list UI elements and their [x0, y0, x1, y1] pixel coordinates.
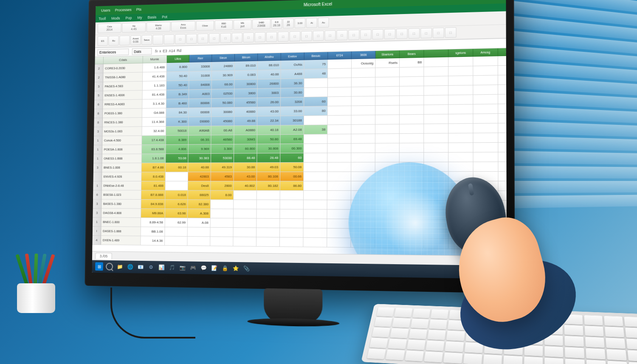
- cell[interactable]: DNbEse-2-8.48: [102, 181, 142, 190]
- cell[interactable]: 50.40: [166, 71, 189, 81]
- cell[interactable]: [400, 67, 424, 77]
- cell[interactable]: [375, 181, 400, 191]
- cell[interactable]: [188, 227, 211, 237]
- cell[interactable]: [473, 104, 498, 114]
- cell[interactable]: [474, 143, 499, 152]
- row-header[interactable]: 8: [94, 118, 103, 127]
- ribbon-button[interactable]: [119, 35, 130, 45]
- cell[interactable]: [400, 162, 424, 172]
- cell[interactable]: [448, 66, 473, 76]
- col-header[interactable]: Amosg: [473, 48, 498, 57]
- ribbon-button[interactable]: ⬚: [243, 32, 254, 42]
- cell[interactable]: [352, 96, 375, 106]
- col-header[interactable]: 3606: [352, 51, 375, 59]
- cell[interactable]: [210, 237, 233, 246]
- cell[interactable]: [400, 181, 424, 191]
- cell[interactable]: [166, 172, 188, 181]
- cell[interactable]: [352, 106, 376, 116]
- cell[interactable]: [400, 96, 424, 105]
- cell[interactable]: [351, 124, 375, 134]
- cell[interactable]: [473, 56, 498, 66]
- cell[interactable]: [304, 181, 327, 191]
- ribbon-button[interactable]: ⬚: [409, 28, 420, 39]
- cell[interactable]: 2800: [211, 181, 234, 191]
- cell[interactable]: [304, 87, 328, 97]
- cell[interactable]: [328, 78, 352, 87]
- cell[interactable]: [211, 209, 234, 218]
- cell[interactable]: [498, 123, 507, 133]
- cell[interactable]: 32.4.00: [142, 127, 166, 136]
- cell[interactable]: [448, 143, 473, 152]
- cell[interactable]: 48: [304, 69, 328, 79]
- cell[interactable]: [327, 172, 351, 181]
- row-header[interactable]: 3: [93, 163, 102, 172]
- col-header[interactable]: Lllios: [167, 55, 189, 63]
- cell[interactable]: [498, 152, 507, 162]
- cell[interactable]: BNEC-1.800: [101, 217, 141, 227]
- cell[interactable]: [327, 134, 351, 144]
- cell[interactable]: 41.4.436: [143, 72, 167, 81]
- cell[interactable]: 11.4.368: [142, 117, 166, 127]
- cell[interactable]: 30.808: [257, 144, 280, 153]
- ribbon-button[interactable]: Hp4.4S: [122, 23, 146, 33]
- row-header[interactable]: 5: [94, 91, 103, 100]
- ribbon-button[interactable]: R80Ko8: [215, 20, 233, 31]
- cell[interactable]: [400, 152, 424, 162]
- cell[interactable]: [165, 237, 188, 246]
- cell[interactable]: [327, 116, 351, 125]
- cell[interactable]: [499, 172, 507, 181]
- cell[interactable]: [234, 209, 257, 218]
- cell[interactable]: 3003: [257, 88, 281, 98]
- cell[interactable]: 30.80: [281, 88, 304, 98]
- cell[interactable]: 33008: [189, 62, 212, 72]
- cell[interactable]: 31008: [189, 71, 212, 80]
- cell[interactable]: 49.03: [257, 163, 280, 172]
- cell[interactable]: [498, 162, 507, 172]
- cell[interactable]: [424, 220, 448, 229]
- cell[interactable]: [280, 200, 303, 209]
- cell[interactable]: [351, 172, 375, 181]
- cell[interactable]: 8.800: [167, 62, 189, 72]
- cell[interactable]: [400, 191, 424, 200]
- cell[interactable]: [499, 181, 507, 191]
- ribbon-button[interactable]: 8.828.18: [271, 19, 282, 29]
- taskbar-icon[interactable]: 📧: [136, 263, 144, 271]
- cell[interactable]: [256, 209, 280, 219]
- cell[interactable]: 5D.40: [166, 81, 189, 90]
- cell[interactable]: BB.1.08: [141, 227, 165, 237]
- col-header[interactable]: eslons: [498, 48, 507, 56]
- ribbon-button[interactable]: ⬚: [290, 31, 301, 41]
- cell[interactable]: [304, 209, 327, 219]
- cell[interactable]: 1.8.1.08: [142, 154, 166, 163]
- cell[interactable]: 28.48: [257, 153, 280, 163]
- ribbon-button[interactable]: ⬚: [445, 27, 457, 38]
- taskbar-icon[interactable]: 📝: [210, 264, 218, 272]
- cell[interactable]: [424, 152, 448, 162]
- cell[interactable]: [351, 200, 375, 210]
- cell[interactable]: [375, 238, 399, 248]
- spreadsheet-grid[interactable]: CdalsMonieLlliosRerrSieonBitromAbsthoExe…: [92, 48, 507, 256]
- cell[interactable]: [352, 87, 375, 97]
- cell[interactable]: [400, 134, 424, 144]
- menu-item[interactable]: Pot: [162, 15, 167, 19]
- cell[interactable]: [256, 219, 280, 228]
- cell[interactable]: [400, 115, 424, 124]
- col-header[interactable]: Sieon: [212, 54, 235, 62]
- start-button[interactable]: ⊞: [95, 262, 103, 271]
- cell[interactable]: B7.8.888: [141, 190, 166, 200]
- ribbon-button[interactable]: 5atos: [141, 35, 152, 45]
- cell[interactable]: [448, 95, 473, 104]
- cell[interactable]: 84.9.838: [141, 200, 165, 209]
- titlebar-item[interactable]: Processes: [113, 8, 134, 12]
- col-header[interactable]: Abstho: [258, 53, 281, 61]
- taskbar-icon[interactable]: 🎮: [189, 263, 197, 272]
- cell[interactable]: [498, 143, 507, 152]
- cell[interactable]: [375, 210, 399, 220]
- cell[interactable]: [233, 228, 256, 237]
- cell[interactable]: [328, 106, 352, 116]
- cell[interactable]: 30080: [211, 107, 234, 117]
- cell[interactable]: 00.300: [280, 144, 304, 153]
- col-header[interactable]: sgelons: [448, 49, 473, 57]
- ribbon-button[interactable]: [164, 34, 175, 45]
- cell[interactable]: [304, 134, 328, 144]
